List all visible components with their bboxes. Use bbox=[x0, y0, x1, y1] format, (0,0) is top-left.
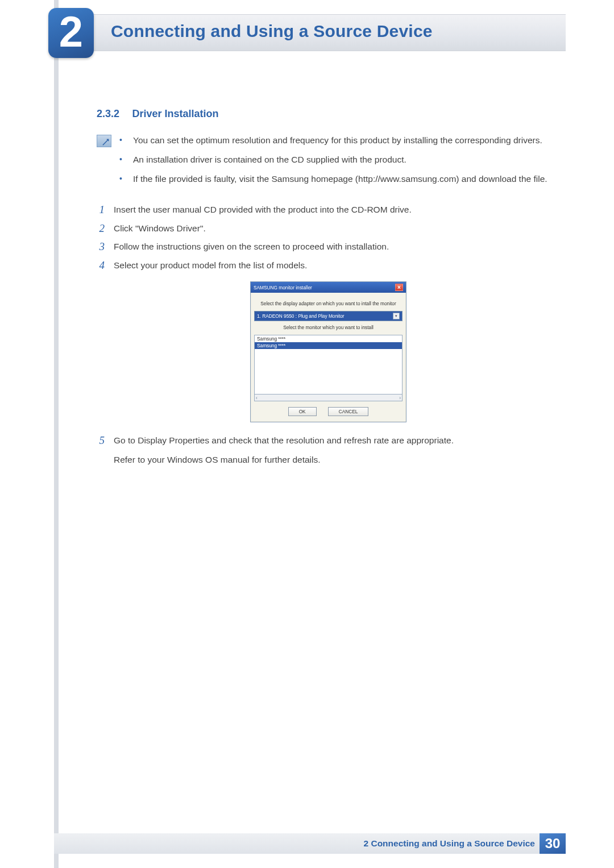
scroll-left-icon[interactable]: ‹ bbox=[256, 395, 258, 401]
step-item: 1 Insert the user manual CD provided wit… bbox=[97, 202, 560, 218]
note-icon bbox=[97, 135, 111, 147]
steps-list: 1 Insert the user manual CD provided wit… bbox=[97, 202, 560, 468]
adapter-dropdown[interactable]: 1. RADEON 9550 : Plug and Play Monitor ▾ bbox=[254, 311, 403, 321]
step-text: Follow the instructions given on the scr… bbox=[114, 239, 560, 255]
step-number: 5 bbox=[97, 433, 105, 468]
left-margin-bar bbox=[54, 0, 59, 868]
installer-buttons: OK CANCEL bbox=[254, 407, 403, 416]
installer-body: Select the display adapter on which you … bbox=[251, 293, 406, 422]
step-item: 4 Select your product model from the lis… bbox=[97, 258, 560, 274]
monitor-list[interactable]: Samsung **** Samsung **** bbox=[254, 335, 403, 394]
scroll-right-icon[interactable]: › bbox=[399, 395, 401, 401]
note-text: You can set the optimum resolution and f… bbox=[133, 134, 542, 147]
bullet-icon: • bbox=[119, 172, 123, 186]
footer-label: 2 Connecting and Using a Source Device bbox=[364, 838, 540, 849]
note-block: • You can set the optimum resolution and… bbox=[97, 134, 560, 192]
step-text: Select your product model from the list … bbox=[114, 258, 560, 274]
step-text: Click "Windows Driver". bbox=[114, 221, 560, 237]
chapter-number-badge: 2 bbox=[48, 8, 94, 58]
step-sub-text: Refer to your Windows OS manual for furt… bbox=[114, 452, 560, 468]
note-bullets: • You can set the optimum resolution and… bbox=[119, 134, 560, 192]
horizontal-scrollbar[interactable]: ‹ › bbox=[254, 394, 403, 401]
step-text: Go to Display Properties and check that … bbox=[114, 433, 560, 468]
page-content: 2.3.2 Driver Installation • You can set … bbox=[97, 108, 560, 470]
chapter-title: Connecting and Using a Source Device bbox=[111, 22, 433, 41]
adapter-value: 1. RADEON 9550 : Plug and Play Monitor bbox=[257, 313, 345, 319]
monitor-label: Select the monitor which you want to ins… bbox=[254, 325, 403, 330]
step-item: 2 Click "Windows Driver". bbox=[97, 221, 560, 237]
list-item[interactable]: Samsung **** bbox=[255, 335, 402, 342]
chevron-down-icon[interactable]: ▾ bbox=[393, 313, 400, 319]
note-item: • If the file provided is faulty, visit … bbox=[119, 172, 560, 186]
adapter-label: Select the display adapter on which you … bbox=[254, 301, 403, 306]
step-main-text: Go to Display Properties and check that … bbox=[114, 435, 454, 445]
step-text: Insert the user manual CD provided with … bbox=[114, 202, 560, 218]
ok-button[interactable]: OK bbox=[288, 407, 317, 416]
bullet-icon: • bbox=[119, 153, 123, 167]
note-text: An installation driver is contained on t… bbox=[133, 153, 406, 167]
section-number: 2.3.2 bbox=[97, 108, 119, 119]
footer-bar: 2 Connecting and Using a Source Device 3… bbox=[54, 833, 566, 854]
installer-dialog: SAMSUNG monitor installer × Select the d… bbox=[250, 281, 406, 422]
step-number: 1 bbox=[97, 202, 105, 218]
installer-titlebar: SAMSUNG monitor installer × bbox=[251, 282, 406, 293]
page-number: 30 bbox=[540, 833, 566, 854]
section-title: Driver Installation bbox=[132, 108, 219, 119]
step-number: 4 bbox=[97, 258, 105, 274]
note-text: If the file provided is faulty, visit th… bbox=[133, 172, 547, 186]
installer-title-text: SAMSUNG monitor installer bbox=[254, 285, 312, 290]
note-item: • An installation driver is contained on… bbox=[119, 153, 560, 167]
bullet-icon: • bbox=[119, 134, 123, 147]
chapter-number: 2 bbox=[59, 10, 83, 53]
close-icon[interactable]: × bbox=[395, 284, 403, 291]
list-item[interactable]: Samsung **** bbox=[255, 342, 402, 349]
step-number: 2 bbox=[97, 221, 105, 237]
note-item: • You can set the optimum resolution and… bbox=[119, 134, 560, 147]
step-item: 5 Go to Display Properties and check tha… bbox=[97, 433, 560, 468]
section-heading: 2.3.2 Driver Installation bbox=[97, 108, 560, 120]
step-item: 3 Follow the instructions given on the s… bbox=[97, 239, 560, 255]
cancel-button[interactable]: CANCEL bbox=[328, 407, 369, 416]
step-number: 3 bbox=[97, 239, 105, 255]
